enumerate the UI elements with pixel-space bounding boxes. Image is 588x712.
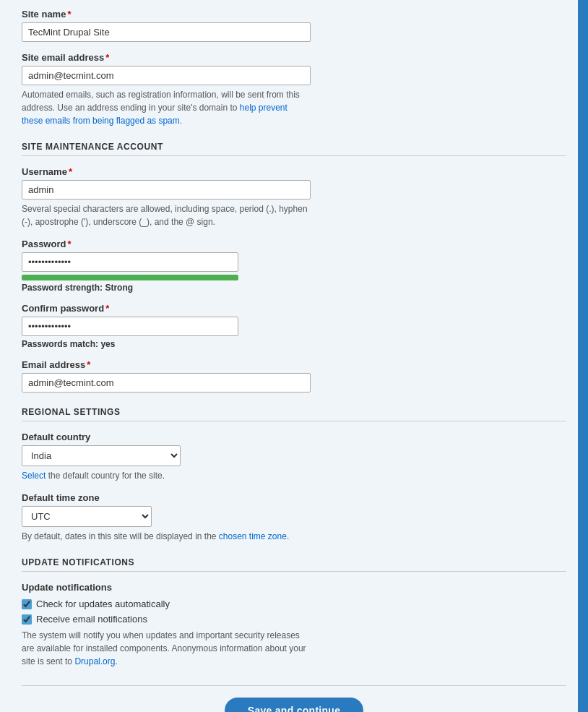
password-strength-text: Password strength: Strong <box>22 283 566 293</box>
drupal-org-link[interactable]: Drupal.org <box>74 656 115 666</box>
password-input[interactable] <box>22 252 238 272</box>
confirm-password-group: Confirm password* Passwords match: yes <box>22 303 566 349</box>
update-subsection-title: Update notifications <box>22 582 566 593</box>
country-help-link[interactable]: Select <box>22 471 46 481</box>
save-continue-button[interactable]: Save and continue <box>225 698 363 712</box>
confirm-password-required: * <box>105 303 109 314</box>
site-email-help-link[interactable]: help prevent these emails from being fla… <box>22 103 287 126</box>
password-label: Password* <box>22 239 566 249</box>
country-help: Select the default country for the site. <box>22 469 311 482</box>
password-strength-fill <box>22 275 238 280</box>
save-button-container: Save and continue <box>22 685 566 712</box>
content-area: Site name* Site email address* Automated… <box>0 0 588 712</box>
updates-help: The system will notify you when updates … <box>22 629 311 668</box>
password-strength-bar <box>22 275 238 280</box>
regional-section-title: REGIONAL SETTINGS <box>22 407 566 421</box>
confirm-password-label: Confirm password* <box>22 303 566 314</box>
page-container: Site name* Site email address* Automated… <box>0 0 588 712</box>
username-help: Several special characters are allowed, … <box>22 202 311 228</box>
email-notifications-text: Receive email notifications <box>36 614 147 625</box>
timezone-help-link[interactable]: chosen time zone. <box>219 531 289 541</box>
timezone-select[interactable]: UTC America/New_York America/Los_Angeles… <box>22 506 152 527</box>
confirm-password-input[interactable] <box>22 317 238 336</box>
maintenance-section-title: SITE MAINTENANCE ACCOUNT <box>22 142 566 156</box>
country-group: Default country India United States Unit… <box>22 432 566 482</box>
timezone-help: By default, dates in this site will be d… <box>22 530 311 543</box>
email-address-label: Email address* <box>22 359 566 370</box>
site-email-input[interactable] <box>22 66 311 85</box>
site-email-help: Automated emails, such as registration i… <box>22 88 311 127</box>
password-match-text: Passwords match: yes <box>22 339 566 349</box>
password-required: * <box>67 239 71 249</box>
email-notifications-label[interactable]: Receive email notifications <box>22 614 566 625</box>
email-address-required: * <box>87 359 90 370</box>
site-email-label: Site email address* <box>22 52 566 63</box>
email-notifications-group: Receive email notifications <box>22 614 566 625</box>
timezone-label: Default time zone <box>22 492 566 503</box>
timezone-group: Default time zone UTC America/New_York A… <box>22 492 566 543</box>
check-updates-label[interactable]: Check for updates automatically <box>22 599 566 609</box>
updates-section-title: UPDATE NOTIFICATIONS <box>22 557 566 572</box>
email-address-group: Email address* <box>22 359 566 393</box>
check-updates-text: Check for updates automatically <box>36 599 170 609</box>
country-label: Default country <box>22 432 566 442</box>
check-updates-checkbox[interactable] <box>22 599 32 609</box>
site-email-required: * <box>105 52 109 63</box>
password-strength-value: Strong <box>105 283 133 293</box>
site-email-group: Site email address* Automated emails, su… <box>22 52 566 127</box>
email-address-input[interactable] <box>22 373 311 393</box>
site-name-required: * <box>67 9 71 20</box>
site-name-label: Site name* <box>22 9 566 20</box>
blue-side-bar <box>578 0 588 712</box>
username-input[interactable] <box>22 180 311 200</box>
password-match-value: yes <box>100 339 115 349</box>
username-label: Username* <box>22 166 566 177</box>
password-group: Password* Password strength: Strong <box>22 239 566 293</box>
site-name-input[interactable] <box>22 22 311 42</box>
country-select[interactable]: India United States United Kingdom Austr… <box>22 445 181 466</box>
email-notifications-checkbox[interactable] <box>22 614 32 625</box>
check-updates-group: Check for updates automatically <box>22 599 566 609</box>
username-required: * <box>69 166 72 177</box>
site-name-group: Site name* <box>22 9 566 42</box>
username-group: Username* Several special characters are… <box>22 166 566 228</box>
